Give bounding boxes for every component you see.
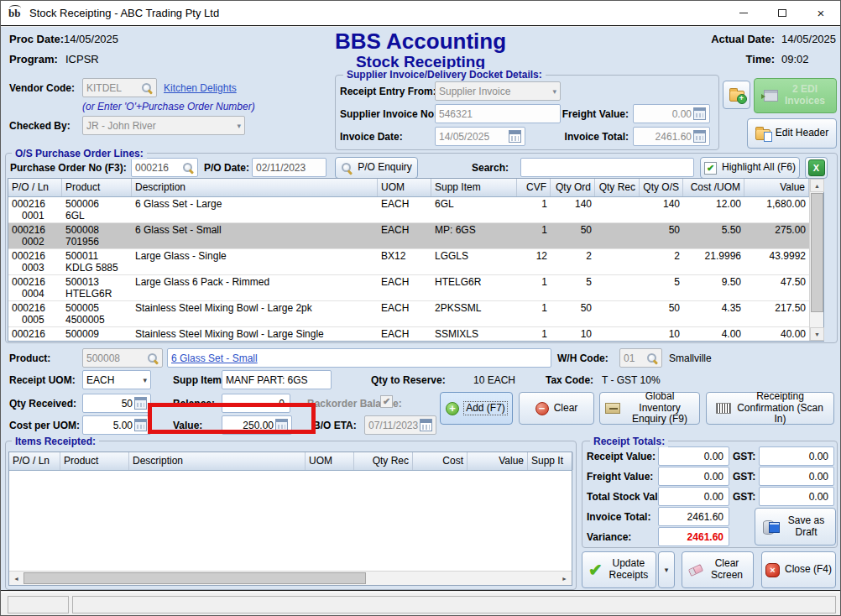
vertical-scrollbar[interactable]: ▲ ▼ xyxy=(809,179,823,341)
receipt-entry-from-select[interactable]: Supplier Invoice▾ xyxy=(435,81,561,101)
add-button[interactable]: + Add (F7) xyxy=(440,392,513,425)
clear-screen-button[interactable]: Clear Screen xyxy=(682,551,754,588)
maximize-icon xyxy=(778,9,786,17)
product-label: Product: xyxy=(9,352,50,364)
checked-by-select[interactable]: JR - John River▾ xyxy=(82,116,245,135)
cell-po_ln: 000216 xyxy=(8,327,62,341)
highlight-all-button[interactable]: ✔ Highlight All (F6) xyxy=(700,157,800,179)
clear-button[interactable]: − Clear xyxy=(519,392,594,425)
po-line-row[interactable]: 0002160003500011KDLG 5885Large Glass - S… xyxy=(8,249,809,275)
window-title: Stock Receipting - ABC Trading Pty Ltd xyxy=(29,7,219,19)
calendar-icon[interactable] xyxy=(509,130,521,143)
calculator-icon[interactable] xyxy=(134,419,147,431)
horizontal-scrollbar[interactable]: ◄ ► xyxy=(9,571,572,585)
scroll-right-button[interactable]: ► xyxy=(557,572,572,585)
po-date-input[interactable]: 02/11/2023 xyxy=(252,158,326,177)
cell-qty_ord: 140 xyxy=(551,197,595,222)
cell-description: Stainless Steel Mixing Bowl - Large Sing… xyxy=(132,327,378,341)
wh-code-input[interactable]: 01 xyxy=(619,348,662,368)
cost-per-uom-input[interactable]: 5.00 xyxy=(82,415,151,435)
column-header: Value xyxy=(468,452,528,470)
invoice-date-input[interactable]: 14/05/2025 xyxy=(435,127,525,146)
calculator-icon[interactable] xyxy=(693,107,706,120)
cell-product: 5000054500005 xyxy=(62,301,132,326)
search-icon[interactable] xyxy=(646,352,658,364)
calculator-icon[interactable] xyxy=(693,130,706,143)
cell-cvf: 1 xyxy=(517,301,551,326)
cell-qty_ord: 10 xyxy=(551,327,595,341)
cell-cvf: 12 xyxy=(517,249,551,274)
po-line-row[interactable]: 0002160004500013HTELG6RLarge Glass 6 Pac… xyxy=(8,275,809,301)
cell-uom: BX12 xyxy=(378,249,431,274)
cell-product: 500013HTELG6R xyxy=(62,275,132,300)
po-enquiry-button[interactable]: P/O Enquiry xyxy=(335,157,418,179)
save-as-draft-button[interactable]: Save as Draft xyxy=(755,508,836,546)
edi-invoices-button[interactable]: 2 EDI Invoices xyxy=(754,78,837,113)
scrollbar-thumb[interactable] xyxy=(811,193,823,312)
vendor-name-link[interactable]: Kitchen Delights xyxy=(164,82,237,94)
gst-input: 0.00 xyxy=(759,487,834,506)
invoice-date-label: Invoice Date: xyxy=(340,131,403,143)
supp-item-input[interactable]: MANF PART: 6GS xyxy=(222,370,332,389)
save-draft-icon xyxy=(763,520,780,533)
po-line-row[interactable]: 000216500009Stainless Steel Mixing Bowl … xyxy=(8,327,809,341)
scroll-up-button[interactable]: ▲ xyxy=(810,179,824,192)
po-line-row[interactable]: 00021600015000066GL6 Glass Set - LargeEA… xyxy=(8,197,809,223)
cell-qty_rec xyxy=(595,301,640,326)
scroll-left-button[interactable]: ◄ xyxy=(9,572,24,585)
search-icon[interactable] xyxy=(182,162,194,174)
search-icon[interactable] xyxy=(147,352,159,364)
freight-value-input[interactable]: 0.00 xyxy=(633,104,710,123)
product-description-link[interactable]: 6 Glass Set - Small xyxy=(171,352,547,364)
cell-product: 500009 xyxy=(62,327,132,341)
balance-label: Balance: xyxy=(173,398,215,410)
close-window-button[interactable]: × xyxy=(802,1,840,25)
red-x-icon: × xyxy=(765,563,780,577)
column-header: P/O / Ln xyxy=(8,179,62,196)
calculator-icon[interactable] xyxy=(275,419,288,431)
product-code-input[interactable]: 500008 xyxy=(82,348,163,368)
cell-qty_ord: 50 xyxy=(551,301,595,326)
drawer-icon xyxy=(605,403,620,414)
maximize-button[interactable] xyxy=(763,1,802,25)
scroll-down-button[interactable]: ▼ xyxy=(810,327,824,341)
app-title: BBS Accounting xyxy=(278,29,563,55)
proc-date-label: Proc Date: xyxy=(9,33,64,45)
po-line-row[interactable]: 00021600055000054500005Stainless Steel M… xyxy=(8,301,809,327)
freight-total-input: 0.00 xyxy=(658,467,729,486)
column-header: Supp Item xyxy=(431,179,517,196)
value-input[interactable]: 250.00 xyxy=(222,415,292,435)
receipt-entry-from-label: Receipt Entry From: xyxy=(340,86,436,97)
vendor-code-input[interactable]: KITDEL xyxy=(82,78,157,97)
invoice-total-sum-input: 2461.60 xyxy=(658,507,729,526)
calculator-icon[interactable] xyxy=(134,397,147,410)
invoice-total-input[interactable]: 2461.60 xyxy=(633,127,710,146)
value-label: Value: xyxy=(173,420,202,431)
minimize-button[interactable] xyxy=(724,1,763,25)
supplier-invoice-no-input[interactable]: 546321 xyxy=(435,104,561,123)
global-inventory-enquiry-button[interactable]: Global Inventory Enquiry (F9) xyxy=(599,392,700,425)
vendor-code-label: Vendor Code: xyxy=(9,82,75,94)
po-line-row[interactable]: 00021600025000087019566 Glass Set - Smal… xyxy=(8,223,809,249)
balance-input[interactable]: 0 xyxy=(222,394,290,413)
cell-uom: EACH xyxy=(378,301,431,326)
export-excel-button[interactable]: X xyxy=(805,157,828,179)
close-button[interactable]: × Close (F4) xyxy=(761,551,836,588)
chevron-down-icon: ▾ xyxy=(234,122,241,130)
gst-input: 0.00 xyxy=(759,467,834,486)
update-receipts-dropdown-button[interactable]: ▾ xyxy=(658,551,675,588)
update-receipts-button[interactable]: ✔ Update Receipts xyxy=(582,551,656,588)
gst-input: 0.00 xyxy=(759,446,834,466)
receipt-uom-select[interactable]: EACH▾ xyxy=(82,370,151,389)
app-icon: bb xyxy=(8,6,24,21)
scrollbar-thumb[interactable] xyxy=(24,572,366,584)
edit-header-button[interactable]: Edit Header xyxy=(747,118,837,149)
search-input[interactable] xyxy=(520,158,694,177)
attach-document-button[interactable] xyxy=(723,81,750,109)
qty-received-input[interactable]: 50 xyxy=(82,394,151,413)
search-icon[interactable] xyxy=(141,82,153,94)
cell-qty_rec xyxy=(595,223,640,248)
time-value: 09:02 xyxy=(781,53,809,65)
po-number-input[interactable]: 000216 xyxy=(131,158,198,177)
receipting-confirmation-button[interactable]: Receipting Confirmation (Scan In) xyxy=(706,392,834,425)
